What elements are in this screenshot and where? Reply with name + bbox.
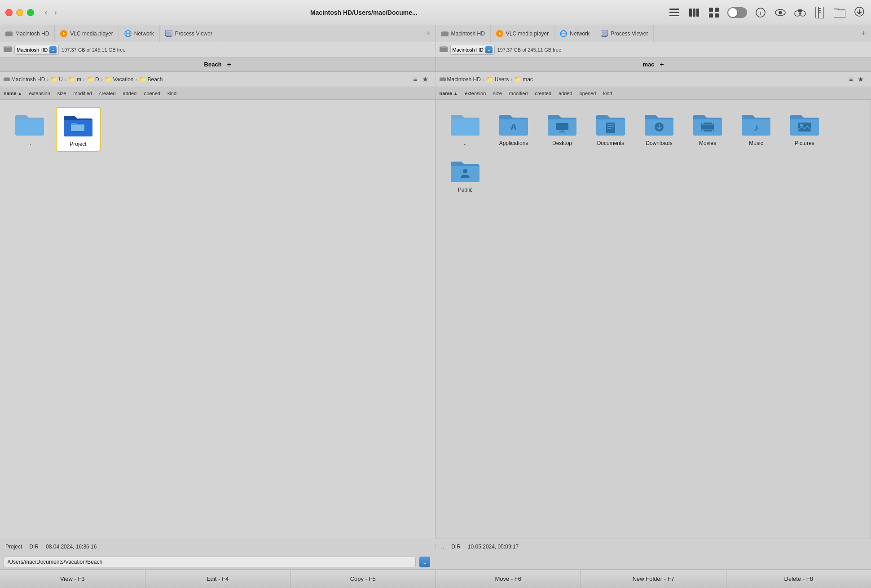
right-item-downloads[interactable]: Downloads: [637, 107, 682, 150]
right-item-parent[interactable]: ..: [443, 107, 488, 150]
left-item-project[interactable]: Project: [56, 107, 101, 152]
left-item-parent[interactable]: ..: [7, 107, 52, 152]
left-bc-macintosh[interactable]: Macintosh HD: [4, 76, 45, 83]
fkey-edit[interactable]: Edit - F4: [145, 570, 291, 588]
right-col-kind[interactable]: kind: [599, 91, 616, 96]
close-button[interactable]: [5, 9, 13, 16]
left-col-name[interactable]: name ▲: [0, 91, 26, 96]
right-breadcrumb-actions: ≡ ★: [849, 75, 867, 83]
right-item-pictures[interactable]: Pictures: [782, 107, 827, 150]
process-icon-right: [601, 30, 608, 37]
right-status-pane: .. DIR 10.05.2024, 05:09:17: [436, 544, 871, 550]
left-file-pane: .. Project: [0, 100, 436, 539]
fkey-delete[interactable]: Delete - F8: [726, 570, 871, 588]
left-col-added[interactable]: added: [119, 91, 141, 96]
fkey-view[interactable]: View - F3: [0, 570, 145, 588]
tab-process-right[interactable]: Process Viewer: [595, 25, 654, 42]
right-col-created[interactable]: created: [531, 91, 555, 96]
folder-new-icon[interactable]: [833, 6, 846, 19]
right-bc-users-label: Users: [495, 76, 509, 83]
tab-macintosh-hd-right-label: Macintosh HD: [451, 31, 485, 37]
left-col-modified[interactable]: modified: [70, 91, 96, 96]
tab-process-left-label: Process Viewer: [175, 31, 212, 37]
tab-add-left[interactable]: +: [421, 25, 436, 42]
compress-icon[interactable]: [814, 6, 826, 19]
right-col-name[interactable]: name ▲: [436, 91, 462, 96]
binoculars-icon[interactable]: [794, 6, 806, 19]
left-disk-selector[interactable]: Macintosh HD ⌄: [14, 45, 59, 55]
right-bc-disk-icon: [440, 76, 446, 83]
right-movies-label: Movies: [699, 140, 716, 146]
back-button[interactable]: ‹: [42, 8, 50, 18]
left-bc-mac-icon: 📁: [68, 76, 75, 83]
left-bc-docs[interactable]: 📁 D: [87, 76, 99, 83]
right-bc-star-btn[interactable]: ★: [858, 75, 864, 83]
left-col-kind[interactable]: kind: [164, 91, 180, 96]
macintosh-hd-icon-left: [5, 30, 13, 37]
svg-rect-75: [798, 123, 811, 132]
tab-vlc-left[interactable]: VLC media player: [55, 25, 119, 42]
tab-vlc-right[interactable]: VLC media player: [491, 25, 554, 42]
left-col-created[interactable]: created: [96, 91, 119, 96]
view-columns-icon[interactable]: [688, 6, 700, 19]
right-col-modified[interactable]: modified: [506, 91, 532, 96]
tab-process-left[interactable]: Process Viewer: [160, 25, 218, 42]
left-bc-vacation-label: Vacation: [113, 76, 134, 83]
minimize-button[interactable]: [16, 9, 23, 16]
fkey-new-folder[interactable]: New Folder - F7: [581, 570, 726, 588]
right-bc-mac[interactable]: 📁 mac: [514, 76, 533, 83]
left-bc-mac[interactable]: 📁 m: [68, 76, 81, 83]
fkey-move[interactable]: Move - F6: [436, 570, 581, 588]
path-input-field[interactable]: [4, 557, 416, 567]
right-col-ext[interactable]: extension: [461, 91, 489, 96]
view-grid-icon[interactable]: [708, 6, 720, 19]
right-col-size[interactable]: size: [489, 91, 506, 96]
download-icon[interactable]: [853, 6, 866, 19]
tab-network-right[interactable]: Network: [554, 25, 595, 42]
left-bc-view-btn[interactable]: ≡: [413, 75, 417, 83]
tab-network-left[interactable]: Network: [119, 25, 160, 42]
right-bc-users[interactable]: 📁 Users: [486, 76, 509, 83]
right-disk-selector[interactable]: Macintosh HD ⌄: [450, 45, 495, 55]
left-pane-title: Beach +: [0, 57, 436, 71]
view-list-icon[interactable]: [668, 6, 681, 19]
tab-macintosh-hd-left-label: Macintosh HD: [15, 31, 49, 37]
left-bc-users[interactable]: 📁 U: [50, 76, 63, 83]
left-col-opened[interactable]: opened: [140, 91, 164, 96]
right-item-music[interactable]: ♪ Music: [734, 107, 779, 150]
left-bc-macintosh-label: Macintosh HD: [11, 76, 45, 83]
tab-macintosh-hd-left[interactable]: Macintosh HD: [0, 25, 55, 42]
right-col-added[interactable]: added: [555, 91, 576, 96]
left-bc-beach-icon: 📁: [139, 76, 146, 83]
left-col-ext[interactable]: extension: [26, 91, 54, 96]
right-item-movies[interactable]: Movies: [685, 107, 730, 150]
right-item-desktop[interactable]: Desktop: [540, 107, 585, 150]
left-bc-star-btn[interactable]: ★: [422, 75, 428, 83]
left-bc-vacation[interactable]: 📁 Vacation: [105, 76, 134, 83]
eye-icon[interactable]: [774, 6, 787, 19]
info-icon[interactable]: i: [754, 6, 767, 19]
right-col-opened[interactable]: opened: [576, 91, 600, 96]
left-disk-chevron: ⌄: [49, 46, 57, 53]
maximize-button[interactable]: [27, 9, 34, 16]
right-pane-add-tab[interactable]: +: [660, 61, 664, 69]
right-item-public[interactable]: Public: [443, 154, 488, 197]
right-item-documents[interactable]: Documents: [588, 107, 633, 150]
tab-macintosh-hd-right[interactable]: Macintosh HD: [436, 25, 491, 42]
left-bc-beach[interactable]: 📁 Beach: [139, 76, 163, 83]
left-pane-add-tab[interactable]: +: [227, 61, 231, 69]
forward-button[interactable]: ›: [52, 8, 59, 18]
toggle-knob: [728, 8, 737, 17]
tab-add-right[interactable]: +: [857, 25, 871, 42]
svg-rect-70: [702, 123, 704, 124]
right-item-applications[interactable]: A Applications: [491, 107, 536, 150]
toggle-switch[interactable]: [727, 7, 747, 18]
path-go-button[interactable]: ⌄: [419, 557, 430, 567]
svg-rect-5: [696, 9, 699, 17]
right-bc-view-btn[interactable]: ≡: [849, 75, 853, 83]
right-bc-macintosh[interactable]: Macintosh HD: [440, 76, 481, 83]
left-col-size[interactable]: size: [54, 91, 70, 96]
svg-rect-71: [712, 123, 713, 124]
fkey-copy[interactable]: Copy - F5: [290, 570, 436, 588]
tab-vlc-left-label: VLC media player: [70, 31, 113, 37]
